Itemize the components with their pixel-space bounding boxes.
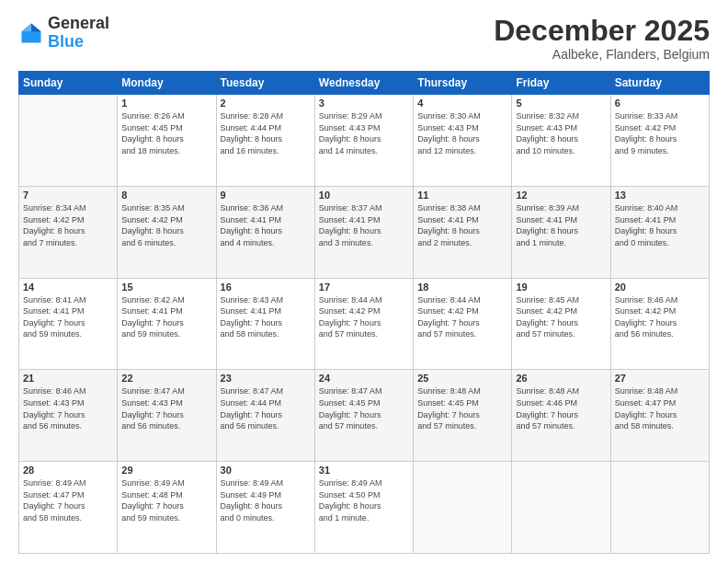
day-cell: 12Sunrise: 8:39 AMSunset: 4:41 PMDayligh… (512, 186, 610, 278)
day-number: 15 (121, 282, 211, 293)
day-info: Sunrise: 8:48 AMSunset: 4:45 PMDaylight:… (417, 385, 507, 431)
day-number: 4 (417, 98, 507, 109)
day-cell: 15Sunrise: 8:42 AMSunset: 4:41 PMDayligh… (118, 278, 216, 370)
day-info: Sunrise: 8:47 AMSunset: 4:44 PMDaylight:… (221, 385, 311, 431)
day-number: 8 (121, 190, 211, 201)
day-number: 24 (319, 373, 409, 384)
day-cell: 7Sunrise: 8:34 AMSunset: 4:42 PMDaylight… (19, 186, 118, 278)
day-info: Sunrise: 8:35 AMSunset: 4:42 PMDaylight:… (121, 202, 211, 248)
col-header-saturday: Saturday (610, 72, 709, 95)
day-info: Sunrise: 8:30 AMSunset: 4:43 PMDaylight:… (417, 110, 507, 156)
day-number: 7 (23, 190, 113, 201)
day-number: 27 (615, 373, 705, 384)
location: Aalbeke, Flanders, Belgium (494, 47, 710, 62)
day-info: Sunrise: 8:47 AMSunset: 4:45 PMDaylight:… (319, 385, 409, 431)
col-header-monday: Monday (118, 72, 216, 95)
day-cell: 17Sunrise: 8:44 AMSunset: 4:42 PMDayligh… (314, 278, 413, 370)
day-number: 17 (319, 282, 409, 293)
week-row-5: 28Sunrise: 8:49 AMSunset: 4:47 PMDayligh… (19, 462, 710, 554)
day-info: Sunrise: 8:46 AMSunset: 4:42 PMDaylight:… (615, 294, 705, 340)
day-number: 2 (221, 98, 311, 109)
day-info: Sunrise: 8:49 AMSunset: 4:50 PMDaylight:… (319, 477, 409, 523)
day-number: 26 (516, 373, 606, 384)
day-number: 22 (121, 373, 211, 384)
day-number: 14 (23, 282, 113, 293)
month-title: December 2025 (494, 15, 710, 47)
day-cell: 27Sunrise: 8:48 AMSunset: 4:47 PMDayligh… (610, 370, 709, 462)
day-number: 10 (319, 190, 409, 201)
svg-marker-2 (22, 23, 32, 31)
day-cell: 2Sunrise: 8:28 AMSunset: 4:44 PMDaylight… (216, 95, 314, 187)
day-cell: 13Sunrise: 8:40 AMSunset: 4:41 PMDayligh… (610, 186, 709, 278)
day-info: Sunrise: 8:29 AMSunset: 4:43 PMDaylight:… (319, 110, 409, 156)
day-info: Sunrise: 8:49 AMSunset: 4:49 PMDaylight:… (221, 477, 311, 523)
day-cell: 25Sunrise: 8:48 AMSunset: 4:45 PMDayligh… (414, 370, 512, 462)
day-number: 29 (121, 465, 211, 476)
day-cell: 4Sunrise: 8:30 AMSunset: 4:43 PMDaylight… (414, 95, 512, 187)
calendar: SundayMondayTuesdayWednesdayThursdayFrid… (18, 71, 710, 554)
day-number: 13 (615, 190, 705, 201)
day-cell: 23Sunrise: 8:47 AMSunset: 4:44 PMDayligh… (216, 370, 314, 462)
day-number: 16 (221, 282, 311, 293)
logo-general: General (48, 14, 109, 32)
day-info: Sunrise: 8:48 AMSunset: 4:47 PMDaylight:… (615, 385, 705, 431)
day-info: Sunrise: 8:41 AMSunset: 4:41 PMDaylight:… (23, 294, 113, 340)
col-header-friday: Friday (512, 72, 610, 95)
day-number: 19 (516, 282, 606, 293)
day-info: Sunrise: 8:43 AMSunset: 4:41 PMDaylight:… (221, 294, 311, 340)
day-info: Sunrise: 8:28 AMSunset: 4:44 PMDaylight:… (221, 110, 311, 156)
day-info: Sunrise: 8:49 AMSunset: 4:47 PMDaylight:… (23, 477, 113, 523)
day-cell: 18Sunrise: 8:44 AMSunset: 4:42 PMDayligh… (414, 278, 512, 370)
day-info: Sunrise: 8:49 AMSunset: 4:48 PMDaylight:… (121, 477, 211, 523)
day-cell: 6Sunrise: 8:33 AMSunset: 4:42 PMDaylight… (610, 95, 709, 187)
day-info: Sunrise: 8:42 AMSunset: 4:41 PMDaylight:… (121, 294, 211, 340)
day-info: Sunrise: 8:36 AMSunset: 4:41 PMDaylight:… (221, 202, 311, 248)
col-header-thursday: Thursday (414, 72, 512, 95)
day-cell: 20Sunrise: 8:46 AMSunset: 4:42 PMDayligh… (610, 278, 709, 370)
day-cell: 10Sunrise: 8:37 AMSunset: 4:41 PMDayligh… (314, 186, 413, 278)
week-row-4: 21Sunrise: 8:46 AMSunset: 4:43 PMDayligh… (19, 370, 710, 462)
day-number: 3 (319, 98, 409, 109)
col-header-wednesday: Wednesday (314, 72, 413, 95)
day-number: 21 (23, 373, 113, 384)
week-row-3: 14Sunrise: 8:41 AMSunset: 4:41 PMDayligh… (19, 278, 710, 370)
logo-text: General Blue (48, 15, 109, 52)
week-row-1: 1Sunrise: 8:26 AMSunset: 4:45 PMDaylight… (19, 95, 710, 187)
col-header-tuesday: Tuesday (216, 72, 314, 95)
day-info: Sunrise: 8:39 AMSunset: 4:41 PMDaylight:… (516, 202, 606, 248)
header-row: SundayMondayTuesdayWednesdayThursdayFrid… (19, 72, 710, 95)
day-cell: 14Sunrise: 8:41 AMSunset: 4:41 PMDayligh… (19, 278, 118, 370)
day-number: 6 (615, 98, 705, 109)
day-info: Sunrise: 8:37 AMSunset: 4:41 PMDaylight:… (319, 202, 409, 248)
day-info: Sunrise: 8:26 AMSunset: 4:45 PMDaylight:… (121, 110, 211, 156)
logo: General Blue (18, 15, 109, 52)
day-number: 18 (417, 282, 507, 293)
day-cell: 31Sunrise: 8:49 AMSunset: 4:50 PMDayligh… (314, 462, 413, 554)
day-cell (19, 95, 118, 187)
day-info: Sunrise: 8:46 AMSunset: 4:43 PMDaylight:… (23, 385, 113, 431)
day-cell: 21Sunrise: 8:46 AMSunset: 4:43 PMDayligh… (19, 370, 118, 462)
day-cell: 22Sunrise: 8:47 AMSunset: 4:43 PMDayligh… (118, 370, 216, 462)
day-cell: 28Sunrise: 8:49 AMSunset: 4:47 PMDayligh… (19, 462, 118, 554)
day-cell (512, 462, 610, 554)
day-number: 12 (516, 190, 606, 201)
day-cell: 30Sunrise: 8:49 AMSunset: 4:49 PMDayligh… (216, 462, 314, 554)
day-cell: 24Sunrise: 8:47 AMSunset: 4:45 PMDayligh… (314, 370, 413, 462)
page: General Blue December 2025 Aalbeke, Flan… (0, 0, 728, 563)
day-info: Sunrise: 8:32 AMSunset: 4:43 PMDaylight:… (516, 110, 606, 156)
day-info: Sunrise: 8:47 AMSunset: 4:43 PMDaylight:… (121, 385, 211, 431)
day-info: Sunrise: 8:45 AMSunset: 4:42 PMDaylight:… (516, 294, 606, 340)
day-cell: 1Sunrise: 8:26 AMSunset: 4:45 PMDaylight… (118, 95, 216, 187)
day-number: 1 (121, 98, 211, 109)
day-cell: 29Sunrise: 8:49 AMSunset: 4:48 PMDayligh… (118, 462, 216, 554)
day-number: 9 (221, 190, 311, 201)
day-info: Sunrise: 8:38 AMSunset: 4:41 PMDaylight:… (417, 202, 507, 248)
logo-icon (18, 20, 44, 46)
col-header-sunday: Sunday (19, 72, 118, 95)
day-number: 20 (615, 282, 705, 293)
day-number: 31 (319, 465, 409, 476)
day-cell (414, 462, 512, 554)
day-number: 11 (417, 190, 507, 201)
day-cell: 11Sunrise: 8:38 AMSunset: 4:41 PMDayligh… (414, 186, 512, 278)
svg-marker-1 (31, 23, 41, 31)
